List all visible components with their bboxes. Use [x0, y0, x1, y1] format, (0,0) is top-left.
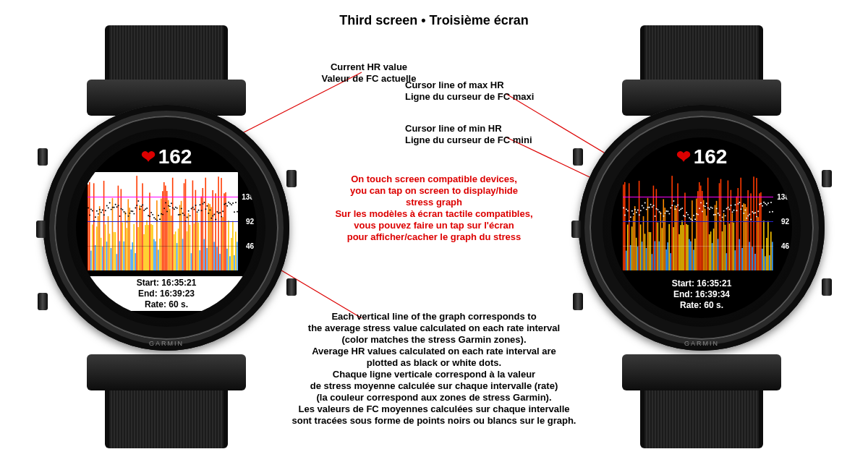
- button-start[interactable]: [286, 170, 297, 187]
- svg-point-326: [633, 213, 634, 215]
- svg-point-174: [181, 208, 182, 209]
- svg-point-126: [112, 207, 114, 208]
- svg-point-330: [639, 214, 640, 215]
- svg-point-203: [222, 210, 224, 212]
- svg-point-143: [136, 205, 137, 206]
- svg-point-170: [175, 207, 176, 208]
- svg-rect-267: [699, 182, 700, 270]
- svg-point-165: [168, 205, 169, 207]
- svg-point-140: [132, 210, 133, 212]
- callout-touch-tip: On touch screen compatible devices, you …: [311, 174, 557, 243]
- svg-point-117: [99, 209, 101, 210]
- svg-rect-269: [702, 191, 703, 270]
- svg-point-396: [733, 210, 735, 211]
- svg-rect-46: [148, 225, 149, 270]
- svg-rect-47: [149, 192, 150, 270]
- svg-point-161: [162, 214, 163, 215]
- svg-rect-38: [136, 176, 137, 270]
- svg-point-210: [232, 202, 234, 204]
- svg-point-395: [732, 211, 733, 213]
- svg-point-141: [133, 213, 135, 215]
- svg-point-199: [216, 211, 218, 213]
- watch-screen[interactable]: ❤162 184 138 92 46 0 Start: 16:35:21 End…: [76, 137, 257, 318]
- svg-point-334: [644, 202, 646, 204]
- svg-point-366: [690, 218, 692, 220]
- button-back[interactable]: [286, 278, 297, 296]
- svg-rect-32: [127, 199, 129, 270]
- svg-rect-217: [627, 225, 629, 270]
- svg-point-109: [88, 208, 89, 209]
- svg-rect-229: [644, 234, 646, 270]
- svg-rect-75: [190, 225, 191, 270]
- svg-rect-60: [168, 200, 169, 270]
- svg-point-383: [715, 214, 716, 215]
- svg-point-328: [636, 212, 637, 213]
- stress-chart: [623, 172, 773, 270]
- button-back[interactable]: [822, 278, 832, 296]
- svg-point-375: [703, 205, 705, 207]
- cursor-max-hr: [623, 197, 773, 197]
- svg-rect-251: [676, 208, 677, 270]
- svg-rect-65: [175, 231, 176, 270]
- button-up[interactable]: [36, 221, 46, 238]
- svg-point-372: [699, 208, 700, 209]
- button-down[interactable]: [573, 293, 583, 310]
- svg-point-338: [650, 204, 652, 205]
- svg-point-179: [188, 210, 190, 212]
- svg-rect-219: [630, 245, 631, 270]
- svg-rect-297: [741, 248, 743, 270]
- svg-point-115: [96, 210, 98, 212]
- svg-rect-264: [694, 239, 696, 270]
- svg-rect-94: [216, 247, 218, 270]
- svg-rect-216: [626, 251, 627, 270]
- svg-rect-66: [176, 243, 178, 270]
- svg-rect-85: [203, 239, 205, 270]
- svg-rect-221: [633, 216, 634, 270]
- svg-rect-270: [703, 200, 705, 270]
- svg-point-144: [137, 200, 139, 202]
- svg-point-112: [92, 210, 93, 212]
- button-down[interactable]: [38, 293, 48, 310]
- button-light[interactable]: [38, 148, 48, 166]
- svg-point-158: [158, 215, 159, 216]
- svg-rect-257: [684, 192, 686, 270]
- svg-rect-283: [722, 231, 723, 270]
- stress-chart: [88, 172, 238, 270]
- svg-rect-59: [166, 191, 168, 270]
- watch-left: GARMIN ❤162 184 138 92 46 0 Start: 16:35…: [43, 65, 289, 369]
- svg-point-196: [212, 215, 213, 217]
- svg-rect-295: [739, 239, 740, 270]
- button-light[interactable]: [573, 148, 583, 166]
- callout-bars-legend: Each vertical line of the graph correspo…: [286, 311, 582, 427]
- svg-rect-64: [174, 234, 175, 270]
- svg-rect-240: [660, 212, 662, 270]
- svg-point-183: [194, 208, 195, 210]
- svg-rect-12: [99, 206, 101, 270]
- svg-point-345: [660, 213, 662, 214]
- svg-point-344: [659, 211, 660, 213]
- button-up[interactable]: [571, 221, 582, 238]
- svg-point-331: [640, 210, 642, 211]
- svg-rect-300: [746, 207, 747, 270]
- svg-point-193: [208, 213, 209, 214]
- watch-screen[interactable]: ❤162 184 138 92 46 0 Start: 16:35:21 End…: [611, 137, 792, 318]
- svg-point-123: [108, 208, 109, 209]
- hr-value: 162: [158, 145, 192, 168]
- callout-cursor-min: Cursor line of min HR Ligne du curseur d…: [405, 123, 571, 146]
- button-start[interactable]: [822, 170, 832, 187]
- svg-point-374: [702, 210, 703, 212]
- svg-point-368: [693, 215, 694, 216]
- svg-rect-243: [664, 208, 665, 270]
- svg-point-124: [109, 202, 111, 204]
- svg-rect-21: [112, 198, 114, 270]
- svg-rect-313: [765, 256, 766, 270]
- svg-rect-233: [650, 232, 652, 270]
- svg-point-119: [102, 209, 103, 210]
- svg-rect-101: [226, 249, 228, 270]
- svg-point-148: [143, 210, 145, 211]
- svg-rect-16: [105, 224, 106, 270]
- svg-point-410: [753, 213, 754, 214]
- svg-rect-276: [712, 243, 713, 270]
- svg-point-121: [105, 210, 106, 211]
- svg-rect-50: [153, 239, 155, 270]
